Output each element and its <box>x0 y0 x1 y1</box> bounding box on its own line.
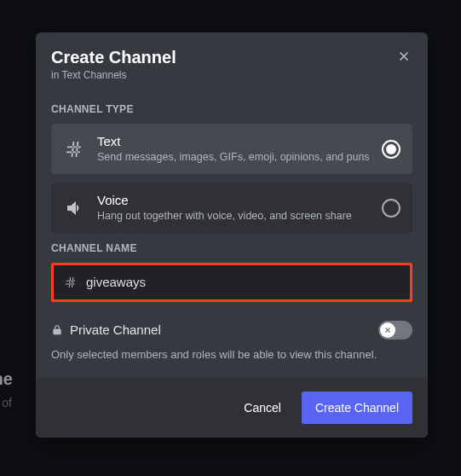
create-channel-modal: Create Channel in Text Channels CHANNEL … <box>36 32 428 438</box>
channel-type-voice[interactable]: Voice Hang out together with voice, vide… <box>51 183 412 233</box>
channel-name-field[interactable] <box>54 265 410 299</box>
modal-footer: Cancel Create Channel <box>36 378 428 438</box>
modal-body: CHANNEL TYPE Text Send messages, images,… <box>36 90 428 368</box>
modal-header: Create Channel in Text Channels <box>36 32 428 90</box>
cancel-button[interactable]: Cancel <box>230 392 295 424</box>
modal-subtitle: in Text Channels <box>51 69 412 81</box>
modal-title: Create Channel <box>51 48 412 67</box>
radio-voice[interactable] <box>382 199 400 218</box>
speaker-icon <box>63 197 85 219</box>
private-desc: Only selected members and roles will be … <box>51 348 412 361</box>
channel-name-highlight <box>51 263 412 302</box>
type-text: Text Send messages, images, GIFs, emoji,… <box>97 134 370 164</box>
private-row: Private Channel <box>51 321 412 340</box>
private-label: Private Channel <box>70 322 372 337</box>
channel-type-label: CHANNEL TYPE <box>51 103 412 115</box>
bg-line: me <box>0 367 23 391</box>
bg-line: art of <box>0 391 23 415</box>
type-desc: Send messages, images, GIFs, emoji, opin… <box>97 150 370 164</box>
channel-name-input[interactable] <box>86 275 400 289</box>
type-desc: Hang out together with voice, video, and… <box>97 209 370 223</box>
close-button[interactable] <box>392 44 416 68</box>
channel-type-text[interactable]: Text Send messages, images, GIFs, emoji,… <box>51 124 412 174</box>
hash-icon <box>64 276 78 289</box>
x-icon <box>383 326 392 334</box>
create-channel-button[interactable]: Create Channel <box>302 392 412 424</box>
type-name: Text <box>97 134 370 148</box>
toggle-knob <box>380 322 395 338</box>
hash-icon <box>63 138 85 160</box>
type-name: Voice <box>97 193 370 207</box>
bg-line: nel <box>0 432 23 456</box>
radio-text[interactable] <box>382 140 400 159</box>
private-toggle[interactable] <box>378 321 412 340</box>
type-text: Voice Hang out together with voice, vide… <box>97 193 370 223</box>
close-icon <box>396 49 412 64</box>
background-text: me art of nel zekhan <box>0 367 23 476</box>
lock-icon <box>51 324 63 336</box>
channel-name-label: CHANNEL NAME <box>51 242 412 254</box>
